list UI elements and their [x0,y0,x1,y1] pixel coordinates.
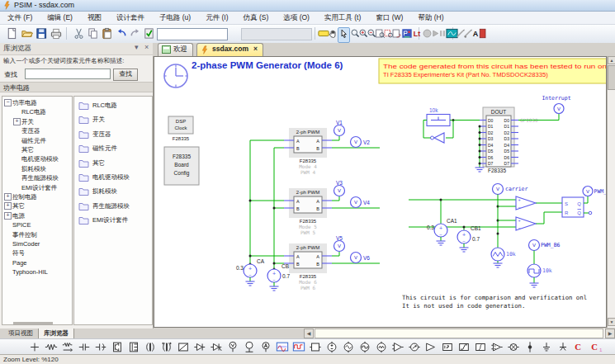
canvas-vscrollbar[interactable]: ▲ ▼ [607,56,615,328]
close-icon[interactable]: × [144,43,149,51]
schematic-icon [201,45,209,54]
library-folder-变压器[interactable]: 变压器 [74,129,150,142]
expand-icon[interactable]: + [4,193,12,201]
cut-icon[interactable] [73,27,85,41]
menu-item-6[interactable]: 仿真 (S) [236,12,277,23]
menu-item-10[interactable]: 帮助 (H) [410,12,451,23]
pwm-block-2[interactable]: 2-ph PWMABABF28335Mode 5PWM 5 [284,188,332,235]
lt-icon[interactable]: Lt [411,27,423,41]
library-folder-RLC电路[interactable]: RLC电路 [74,100,150,113]
library-folder-磁性元件[interactable]: 磁性元件 [74,143,150,156]
scroll-down-icon[interactable]: ▼ [608,318,615,326]
source-CA1[interactable]: +−CA10.3 [427,199,457,246]
probe-V5[interactable]: VV5 [332,235,345,256]
sr-flipflop[interactable]: SRQQ [562,196,592,218]
library-tree[interactable]: −功率电路RLC电路+开关变压器磁性元件其它电机驱动模块损耗模块再生能源模块EM… [2,96,73,325]
menu-item-2[interactable]: 视图 [80,12,109,23]
probe-interrupt[interactable]: VInterrupt [518,95,571,121]
menu-item-3[interactable]: 设计套件 [109,12,152,23]
library-folder-其它[interactable]: 其它 [74,158,150,171]
svg-text:A: A [316,199,319,204]
tree-label: 开关 [21,118,34,126]
menu-item-7[interactable]: 选项 (O) [276,12,317,23]
svg-text:D6: D6 [504,155,510,160]
probe-V1[interactable]: VV1 [332,120,345,140]
open-icon[interactable] [20,27,34,41]
tab-document[interactable]: ssdax.com× [196,43,263,56]
library-folder-开关[interactable]: 开关 [74,114,150,127]
tree-label: 电源 [12,212,25,220]
script-icon[interactable] [478,27,488,41]
address-check-icon[interactable] [143,27,155,41]
undo-icon[interactable] [115,27,128,41]
pulse-generator[interactable]: 10k [423,107,480,144]
probe-pwm-a6[interactable]: VPWM_A6 [583,187,606,196]
pin-icon[interactable]: ▾ [135,43,139,51]
scroll-right-icon[interactable]: ▶ [605,329,615,338]
board-config-block[interactable]: F28335BoardConfig [164,147,199,185]
svg-text:B: B [316,262,319,267]
zoom-combo[interactable] [157,28,228,40]
menu-item-9[interactable]: 窗口 (W) [368,12,410,23]
input-wires[interactable] [249,140,285,271]
svg-text:V2: V2 [363,139,370,145]
tab-project-view[interactable]: 项目视图 [3,329,38,338]
comparator-1[interactable]: +− [516,196,536,210]
source-CB[interactable]: +−CB0.7 [267,263,290,291]
canvas-hscrollbar[interactable]: ◀ ▶ [304,329,615,338]
menu-item-0[interactable]: 文件 (F) [0,12,40,23]
tab-close-icon[interactable]: × [253,45,258,53]
svg-text:D1: D1 [488,124,494,129]
square-source[interactable]: 10k [527,264,552,287]
library-folder-EMI设计套件[interactable]: EMI设计套件 [74,215,150,228]
pwm-block-3[interactable]: 2-ph PWMABABF28335Mode 6PWM 6 [284,243,332,291]
svg-text:0.7: 0.7 [282,273,290,279]
library-folder-损耗模块[interactable]: 损耗模块 [74,186,150,199]
menu-item-8[interactable]: 实用工具 (t) [317,12,368,23]
library-folder-list[interactable]: RLC电路开关变压器磁性元件其它电机驱动模块损耗模块再生能源模块EMI设计套件 [73,96,153,325]
svg-text:Board: Board [174,162,189,168]
expand-icon[interactable]: + [13,118,21,125]
pwm-block-1[interactable]: 2-ph PWMABABF28335Mode 4PWM 4 [284,128,332,175]
probe-carrier[interactable]: Vcarrier [493,184,528,248]
dout-block[interactable]: DOUTD0D0D1D1D2D2D3D3D4D4D5D5D6D6D7D7F283… [480,107,538,173]
select-icon[interactable] [338,27,350,43]
redo-icon[interactable] [129,27,142,41]
tab-welcome[interactable]: 欢迎 [158,43,193,56]
menu-item-4[interactable]: 子电路 (u) [152,12,198,23]
schematic[interactable]: 2-phase PWM Generator (Mode 6)The code g… [154,57,606,327]
window-titlebar[interactable]: PSIM - ssdax.com [0,0,615,12]
scroll-left-icon[interactable]: ◀ [304,329,314,338]
new-icon[interactable] [5,27,18,41]
scroll-up-icon[interactable]: ▲ [608,56,615,64]
comparator-2[interactable]: +− [516,217,536,230]
expand-icon[interactable]: + [4,202,12,210]
expand-icon[interactable]: + [4,212,12,220]
copy-icon[interactable] [87,27,99,41]
schematic-canvas[interactable]: 2-phase PWM Generator (Mode 6)The code g… [154,56,607,328]
save-icon[interactable] [35,27,48,41]
collapse-icon[interactable]: − [4,99,12,106]
menu-item-5[interactable]: 元件 (I) [198,12,235,23]
library-search-input[interactable] [25,69,111,79]
find-button[interactable]: 查找 [113,69,138,81]
panel-header[interactable]: 库浏览器 ▾ × [0,43,153,55]
library-folder-电机驱动模块[interactable]: 电机驱动模块 [74,172,150,185]
dsp-clock-block[interactable]: DSPClockF28335 [168,116,193,141]
source-CB1[interactable]: +−CB10.7 [457,225,481,252]
probe-V3[interactable]: VV3 [332,180,345,201]
tree-hscroll-thumb[interactable] [13,322,53,324]
menu-item-1[interactable]: 编辑 (E) [40,12,80,23]
print-icon[interactable] [50,27,63,41]
folder-icon [78,144,89,154]
library-folder-再生能源模块[interactable]: 再生能源模块 [74,201,150,214]
vscroll-thumb[interactable] [608,65,615,90]
probe-pwm-b6[interactable]: VPWM_B6 [529,240,561,265]
svg-text:D4: D4 [504,143,510,148]
comparator-wires[interactable] [409,200,562,227]
paste-icon[interactable] [101,27,113,41]
section-header: 功率电路 [0,82,153,92]
document-tabbar: 欢迎 ssdax.com× [153,43,615,56]
carrier-source[interactable]: 10k [491,248,516,267]
hscroll-thumb[interactable] [315,329,603,338]
